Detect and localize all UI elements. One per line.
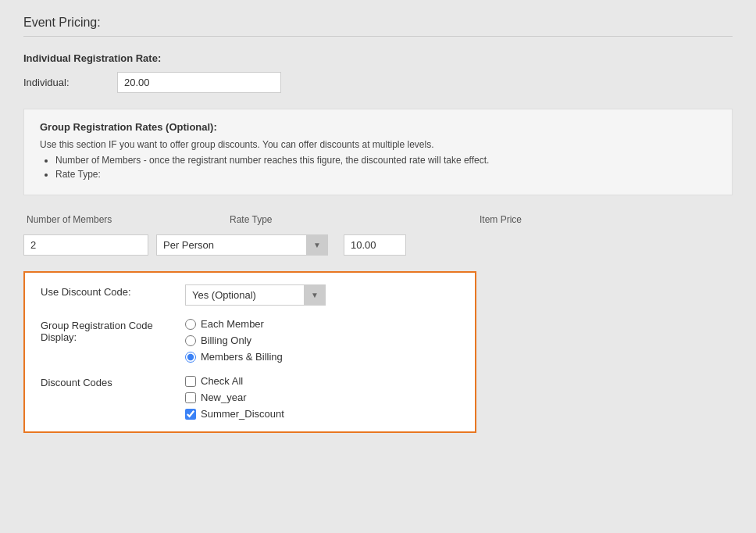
radio-members-billing-input[interactable] bbox=[185, 352, 196, 363]
group-info-list: Number of Members - once the registrant … bbox=[55, 155, 716, 180]
group-info-bullet-2: Rate Type: bbox=[55, 169, 716, 180]
col-header-members: Number of Members bbox=[25, 211, 228, 228]
checkbox-new-year[interactable]: New_year bbox=[185, 392, 459, 403]
col-header-rate: Rate Type bbox=[228, 211, 478, 228]
group-row-inputs: Per Person Flat Rate bbox=[23, 234, 733, 256]
individual-input[interactable] bbox=[117, 72, 281, 93]
individual-label: Individual: bbox=[23, 77, 117, 88]
radio-each-member-input[interactable] bbox=[185, 319, 196, 330]
checkbox-summer-discount-input[interactable] bbox=[185, 409, 196, 420]
group-row-headers: Number of Members Rate Type Item Price bbox=[23, 211, 733, 228]
checkbox-check-all[interactable]: Check All bbox=[185, 375, 459, 387]
group-code-display-content: Each Member Billing Only Members & Billi… bbox=[185, 318, 459, 363]
discount-box: Use Discount Code: No Yes (Optional) Yes… bbox=[23, 271, 476, 433]
checkbox-summer-discount-label: Summer_Discount bbox=[201, 408, 284, 420]
price-input[interactable] bbox=[344, 234, 406, 256]
members-input[interactable] bbox=[23, 234, 148, 256]
checkbox-new-year-label: New_year bbox=[201, 392, 247, 403]
rate-select-wrap: Per Person Flat Rate bbox=[156, 234, 328, 256]
checkbox-check-all-label: Check All bbox=[201, 375, 243, 387]
checkbox-group: Check All New_year Summer_Discount bbox=[185, 375, 459, 420]
use-discount-row: Use Discount Code: No Yes (Optional) Yes… bbox=[41, 284, 459, 306]
radio-billing-only-input[interactable] bbox=[185, 335, 196, 346]
radio-each-member-label: Each Member bbox=[201, 318, 264, 330]
radio-each-member[interactable]: Each Member bbox=[185, 318, 459, 330]
group-code-display-label: Group Registration Code Display: bbox=[41, 318, 185, 343]
individual-registration-section: Individual Registration Rate: Individual… bbox=[23, 52, 733, 93]
checkbox-check-all-input[interactable] bbox=[185, 376, 196, 387]
rate-select[interactable]: Per Person Flat Rate bbox=[156, 234, 328, 256]
radio-group: Each Member Billing Only Members & Billi… bbox=[185, 318, 459, 363]
group-info-title: Group Registration Rates (Optional): bbox=[40, 121, 716, 133]
use-discount-select[interactable]: No Yes (Optional) Yes (Required) bbox=[185, 284, 326, 306]
page-title: Event Pricing: bbox=[23, 16, 733, 37]
individual-field-row: Individual: bbox=[23, 72, 733, 93]
checkbox-summer-discount[interactable]: Summer_Discount bbox=[185, 408, 459, 420]
col-header-price: Item Price bbox=[478, 211, 731, 228]
group-info-description: Use this section IF you want to offer gr… bbox=[40, 139, 716, 150]
discount-codes-row: Discount Codes Check All New_year Summer… bbox=[41, 375, 459, 420]
radio-billing-only-label: Billing Only bbox=[201, 334, 251, 346]
radio-members-billing-label: Members & Billing bbox=[201, 351, 283, 363]
group-code-display-row: Group Registration Code Display: Each Me… bbox=[41, 318, 459, 363]
radio-billing-only[interactable]: Billing Only bbox=[185, 334, 459, 346]
individual-section-label: Individual Registration Rate: bbox=[23, 52, 733, 64]
use-discount-label: Use Discount Code: bbox=[41, 284, 185, 298]
radio-members-billing[interactable]: Members & Billing bbox=[185, 351, 459, 363]
checkbox-new-year-input[interactable] bbox=[185, 392, 196, 403]
group-info-bullet-1: Number of Members - once the registrant … bbox=[55, 155, 716, 166]
use-discount-select-wrap: No Yes (Optional) Yes (Required) bbox=[185, 284, 326, 306]
discount-codes-label: Discount Codes bbox=[41, 375, 185, 388]
group-info-box: Group Registration Rates (Optional): Use… bbox=[23, 109, 733, 195]
page-container: Event Pricing: Individual Registration R… bbox=[0, 0, 756, 449]
discount-codes-content: Check All New_year Summer_Discount bbox=[185, 375, 459, 420]
use-discount-content: No Yes (Optional) Yes (Required) bbox=[185, 284, 459, 306]
